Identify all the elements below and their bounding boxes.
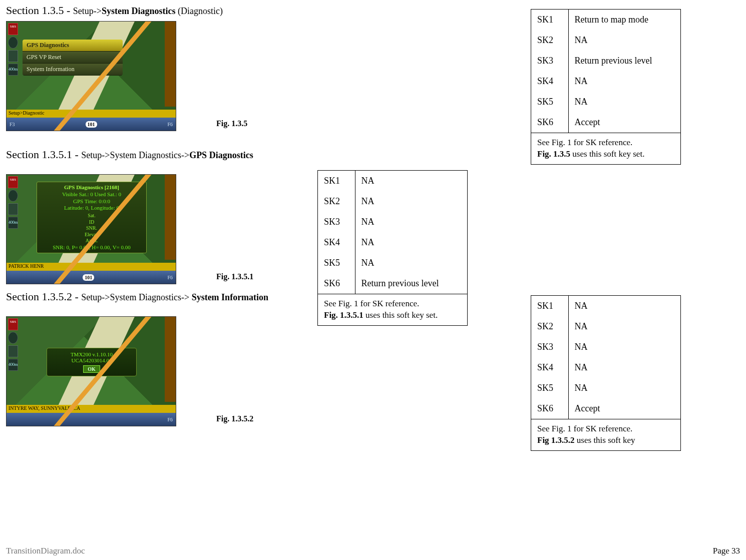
srs-badge-icon: SRS bbox=[8, 318, 18, 330]
figure-screenshot-1351: SRS 400m GPS Diagnostics [2168] Visible … bbox=[6, 174, 176, 284]
table-row: SK5NA bbox=[531, 92, 680, 112]
table-row: SK4NA bbox=[531, 71, 680, 92]
breadcrumb-path: Setup->System Diagnostics (Diagnostic) bbox=[73, 6, 223, 16]
softkey-reference-note: See Fig. 1 for SK reference. Fig 1.3.5.2… bbox=[531, 419, 680, 450]
table-row: SK1NA bbox=[531, 296, 680, 316]
ok-button[interactable]: OK bbox=[83, 365, 100, 373]
figure-screenshot-135: SRS 400m GPS Diagnostics GPS VP Reset Sy… bbox=[6, 21, 176, 131]
f6-key[interactable]: F6 bbox=[167, 417, 173, 422]
section-heading-1351: Section 1.3.5.1 - Setup->System Diagnost… bbox=[6, 148, 253, 161]
page-footer: TransitionDiagram.doc Page 33 bbox=[6, 546, 740, 556]
system-information-panel: TMX200 v.1.10.10 UCA54203014.01 OK bbox=[47, 348, 137, 376]
softkey-table-135: SK1Return to map mode SK2NA SK3Return pr… bbox=[531, 9, 681, 165]
table-row: SK6Return previous level bbox=[318, 273, 467, 294]
f3-key[interactable]: F3 bbox=[10, 122, 15, 127]
scale-label: 400m bbox=[8, 359, 18, 371]
section-heading-1352: Section 1.3.5.2 - Setup->System Diagnost… bbox=[6, 290, 268, 303]
signal-icon bbox=[8, 203, 18, 215]
table-row: SK6Accept bbox=[531, 398, 680, 419]
softkey-reference-note: See Fig. 1 for SK reference. Fig. 1.3.5.… bbox=[318, 294, 467, 325]
scale-label: 400m bbox=[8, 64, 18, 76]
srs-badge-icon: SRS bbox=[8, 23, 18, 35]
gps-right-rail bbox=[165, 317, 176, 402]
gps-right-rail bbox=[165, 175, 176, 260]
diagnostic-menu: GPS Diagnostics GPS VP Reset System Info… bbox=[23, 40, 123, 76]
table-row: SK3NA bbox=[531, 337, 680, 357]
menu-item-system-information[interactable]: System Information bbox=[23, 64, 123, 76]
gps-left-sidebar: SRS 400m bbox=[7, 317, 20, 405]
menu-item-gps-vp-reset[interactable]: GPS VP Reset bbox=[23, 52, 123, 64]
table-row: SK2NA bbox=[531, 316, 680, 337]
f6-key[interactable]: F6 bbox=[167, 275, 173, 280]
status-bar: INTYRE WAY, SUNNYVALE, CA bbox=[7, 405, 176, 413]
gps-left-sidebar: SRS 400m bbox=[7, 175, 20, 263]
softkey-reference-note: See Fig. 1 for SK reference. Fig. 1.3.5 … bbox=[531, 133, 680, 164]
scale-label: 400m bbox=[8, 217, 18, 229]
table-row: SK2NA bbox=[318, 191, 467, 212]
signal-icon bbox=[8, 345, 18, 357]
signal-icon bbox=[8, 50, 18, 62]
route-shield-icon: 101 bbox=[86, 121, 97, 128]
diag-footer-line: SNR: 0, P= 0.00, H= 0.00, V= 0.00 bbox=[40, 244, 143, 251]
gps-diagnostics-panel: GPS Diagnostics [2168] Visible Sat.: 0 U… bbox=[37, 182, 147, 253]
figure-screenshot-1352: SRS 400m TMX200 v.1.10.10 UCA54203014.01… bbox=[6, 316, 176, 426]
compass-icon bbox=[8, 332, 18, 344]
footer-filename: TransitionDiagram.doc bbox=[6, 546, 85, 556]
softkey-table-1352: SK1NA SK2NA SK3NA SK4NA SK5NA SK6Accept … bbox=[531, 295, 681, 451]
figure-caption-1352: Fig. 1.3.5.2 bbox=[216, 414, 253, 423]
gps-left-sidebar: SRS 400m bbox=[7, 22, 20, 110]
status-bar: Setup>Diagnostic bbox=[7, 110, 176, 118]
table-row: SK1Return to map mode bbox=[531, 10, 680, 30]
table-row: SK4NA bbox=[531, 357, 680, 378]
diag-columns: Sat. ID SNR. Elevat. Azim. bbox=[40, 213, 143, 244]
table-row: SK5NA bbox=[531, 378, 680, 398]
figure-caption-135: Fig. 1.3.5 bbox=[216, 119, 247, 128]
bottom-softkey-bar: 101 F6 bbox=[7, 271, 176, 284]
footer-page-number: Page 33 bbox=[713, 546, 740, 556]
panel-title: GPS Diagnostics [2168] bbox=[40, 184, 143, 191]
f6-key[interactable]: F6 bbox=[167, 122, 173, 127]
table-row: SK2NA bbox=[531, 30, 680, 51]
section-number: Section 1.3.5 bbox=[6, 4, 64, 17]
table-row: SK5NA bbox=[318, 253, 467, 273]
table-row: SK1NA bbox=[318, 171, 467, 191]
softkey-table-1351: SK1NA SK2NA SK3NA SK4NA SK5NA SK6Return … bbox=[317, 170, 468, 326]
compass-icon bbox=[8, 37, 18, 49]
route-shield-icon: 101 bbox=[83, 274, 94, 281]
table-row: SK4NA bbox=[318, 232, 467, 253]
bottom-softkey-bar: F3 101 F6 bbox=[7, 118, 176, 131]
bottom-softkey-bar: F6 bbox=[7, 413, 176, 426]
gps-right-rail bbox=[165, 22, 176, 107]
srs-badge-icon: SRS bbox=[8, 176, 18, 188]
table-row: SK3NA bbox=[318, 212, 467, 232]
compass-icon bbox=[8, 190, 18, 202]
menu-item-gps-diagnostics[interactable]: GPS Diagnostics bbox=[23, 40, 123, 52]
table-row: SK3Return previous level bbox=[531, 51, 680, 71]
figure-caption-1351: Fig. 1.3.5.1 bbox=[216, 272, 253, 281]
table-row: SK6Accept bbox=[531, 112, 680, 133]
status-bar: PATRICK HENR bbox=[7, 263, 176, 271]
